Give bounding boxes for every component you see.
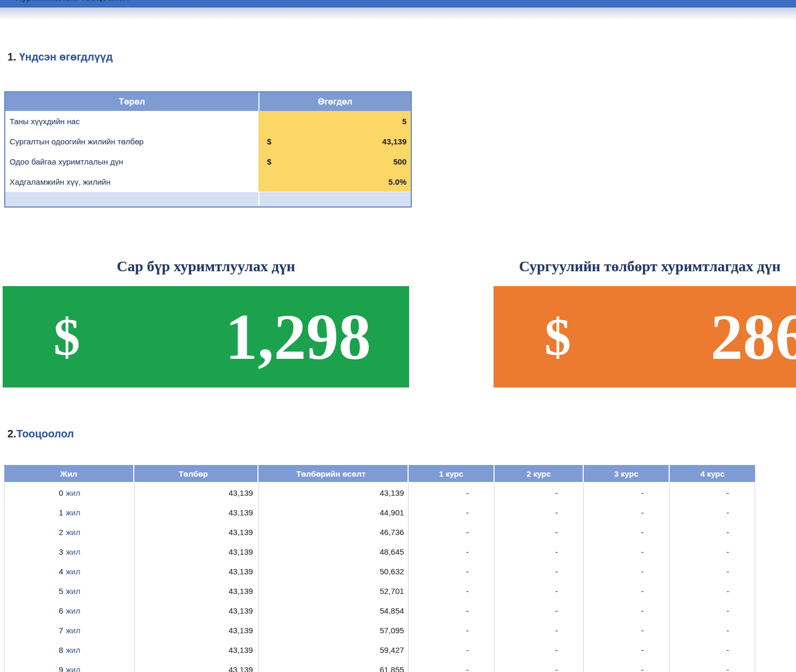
input-row-value-cell[interactable]: 5: [258, 111, 411, 131]
calc-header-7[interactable]: 4 курс: [670, 465, 755, 482]
calc-course2-cell[interactable]: -: [495, 542, 584, 562]
calc-fee-cell[interactable]: 43,139: [135, 581, 259, 601]
calc-growth-cell[interactable]: 54,854: [259, 601, 409, 621]
green-banner-value: 1,298: [226, 305, 371, 369]
calc-growth-cell[interactable]: 57,095: [259, 621, 409, 640]
calc-course4-cell[interactable]: -: [670, 640, 755, 660]
calc-course3-cell[interactable]: -: [584, 503, 670, 522]
calc-growth-cell[interactable]: 61,855: [259, 660, 409, 672]
calc-growth-cell[interactable]: 52,701: [259, 581, 409, 601]
tuition-accumulated-banner[interactable]: $ 286: [494, 286, 796, 387]
calc-year-cell[interactable]: 5жил: [5, 581, 135, 601]
calc-course2-cell[interactable]: -: [495, 522, 584, 542]
calc-year-cell[interactable]: 9жил: [5, 660, 135, 672]
calc-course3-cell[interactable]: -: [584, 601, 670, 621]
calc-course1-cell[interactable]: -: [409, 621, 495, 640]
calc-course3-cell[interactable]: -: [584, 621, 670, 640]
calc-growth-cell[interactable]: 43,139: [259, 483, 409, 503]
calc-fee-cell[interactable]: 43,139: [135, 522, 259, 542]
calc-course1-cell[interactable]: -: [409, 542, 495, 562]
calc-course3-cell[interactable]: -: [584, 640, 670, 660]
calc-course2-cell[interactable]: -: [495, 503, 584, 522]
input-row-label[interactable]: Сургалтын одоогийн жилийн төлбөр: [5, 131, 258, 151]
calc-fee-cell[interactable]: 43,139: [135, 562, 259, 581]
calc-course4-cell[interactable]: -: [670, 581, 755, 601]
input-footer-cell-left[interactable]: [5, 192, 259, 206]
calc-year-cell[interactable]: 6жил: [5, 601, 135, 621]
calc-table-row: 2жил43,13946,736----: [5, 522, 755, 542]
calc-course2-cell[interactable]: -: [495, 621, 584, 640]
calc-course1-cell[interactable]: -: [409, 660, 495, 672]
input-footer-cell-right[interactable]: [259, 192, 411, 206]
calc-fee-cell[interactable]: 43,139: [135, 601, 259, 621]
calc-course1-cell[interactable]: -: [409, 581, 495, 601]
calc-table-body: 0жил43,13943,139----1жил43,13944,901----…: [4, 482, 755, 672]
calc-course3-cell[interactable]: -: [584, 562, 670, 581]
calc-growth-cell[interactable]: 48,645: [259, 542, 409, 562]
calc-course2-cell[interactable]: -: [495, 562, 584, 581]
calc-course2-cell[interactable]: -: [495, 640, 584, 660]
calc-course4-cell[interactable]: -: [670, 522, 755, 542]
calc-course1-cell[interactable]: -: [409, 640, 495, 660]
calc-course4-cell[interactable]: -: [670, 542, 755, 562]
input-row-value-cell[interactable]: $43,139: [258, 131, 411, 151]
calc-fee-cell[interactable]: 43,139: [135, 621, 259, 640]
monthly-savings-banner[interactable]: $ 1,298: [3, 286, 409, 387]
input-table-row: Таны хүүхдийн нас5: [5, 111, 411, 131]
calc-year-cell[interactable]: 1жил: [5, 503, 135, 522]
calc-year-cell[interactable]: 3жил: [5, 542, 135, 562]
calc-year-cell[interactable]: 8жил: [5, 640, 135, 660]
calc-year-cell[interactable]: 2жил: [5, 522, 135, 542]
input-header-type[interactable]: Төрөл: [5, 92, 258, 111]
calc-fee-cell[interactable]: 43,139: [135, 640, 259, 660]
calc-growth-cell[interactable]: 46,736: [259, 522, 409, 542]
calc-course4-cell[interactable]: -: [670, 562, 755, 581]
calc-course4-cell[interactable]: -: [670, 601, 755, 621]
input-row-value-cell[interactable]: $500: [258, 151, 411, 171]
calc-table-row: 4жил43,13950,632----: [5, 562, 755, 581]
calc-growth-cell[interactable]: 50,632: [259, 562, 409, 581]
calc-course1-cell[interactable]: -: [409, 562, 495, 581]
calc-course2-cell[interactable]: -: [495, 660, 584, 672]
calc-year-cell[interactable]: 7жил: [5, 621, 135, 640]
calc-fee-cell[interactable]: 43,139: [135, 660, 259, 672]
calc-course4-cell[interactable]: -: [670, 660, 755, 672]
input-table-body: Таны хүүхдийн нас5Сургалтын одоогийн жил…: [5, 111, 411, 192]
calc-table-header-row: ЖилТөлбөрТөлбөрийн өсөлт1 курс2 курс3 ку…: [4, 465, 755, 482]
input-header-data[interactable]: Өгөгдөл: [259, 92, 411, 111]
input-row-label[interactable]: Хадгаламжийн хүү, жилийн: [5, 171, 258, 192]
input-row-label[interactable]: Таны хүүхдийн нас: [5, 111, 258, 131]
calc-course4-cell[interactable]: -: [670, 621, 755, 640]
calc-growth-cell[interactable]: 44,901: [259, 503, 409, 522]
calc-course3-cell[interactable]: -: [584, 522, 670, 542]
calc-course3-cell[interactable]: -: [584, 660, 670, 672]
input-value: 5: [280, 117, 406, 126]
calc-header-3[interactable]: Төлбөрийн өсөлт: [258, 465, 409, 482]
calc-year-cell[interactable]: 4жил: [5, 562, 135, 581]
calc-course3-cell[interactable]: -: [584, 542, 670, 562]
calc-fee-cell[interactable]: 43,139: [135, 542, 259, 562]
calc-year-cell[interactable]: 0жил: [5, 483, 135, 503]
calc-course1-cell[interactable]: -: [409, 522, 495, 542]
calc-course4-cell[interactable]: -: [670, 503, 755, 522]
calc-course2-cell[interactable]: -: [495, 483, 584, 503]
calc-header-6[interactable]: 3 курс: [584, 465, 670, 482]
calc-course1-cell[interactable]: -: [409, 483, 495, 503]
calc-course3-cell[interactable]: -: [584, 483, 670, 503]
calc-fee-cell[interactable]: 43,139: [135, 503, 259, 522]
calc-header-1[interactable]: Жил: [4, 465, 134, 482]
calc-header-5[interactable]: 2 курс: [495, 465, 584, 482]
calc-course3-cell[interactable]: -: [584, 581, 670, 601]
input-row-value-cell[interactable]: 5.0%: [258, 171, 411, 192]
calc-course1-cell[interactable]: -: [409, 601, 495, 621]
calc-course1-cell[interactable]: -: [409, 503, 495, 522]
calc-course2-cell[interactable]: -: [495, 581, 584, 601]
calc-fee-cell[interactable]: 43,139: [135, 483, 259, 503]
calc-header-4[interactable]: 1 курс: [409, 465, 495, 482]
calc-course4-cell[interactable]: -: [670, 483, 755, 503]
input-row-label[interactable]: Одоо байгаа хуримтлалын дүн: [5, 151, 258, 171]
calc-growth-cell[interactable]: 59,427: [259, 640, 409, 660]
calc-header-2[interactable]: Төлбөр: [134, 465, 258, 482]
calc-course2-cell[interactable]: -: [495, 601, 584, 621]
calc-year-suffix: жил: [66, 547, 80, 556]
